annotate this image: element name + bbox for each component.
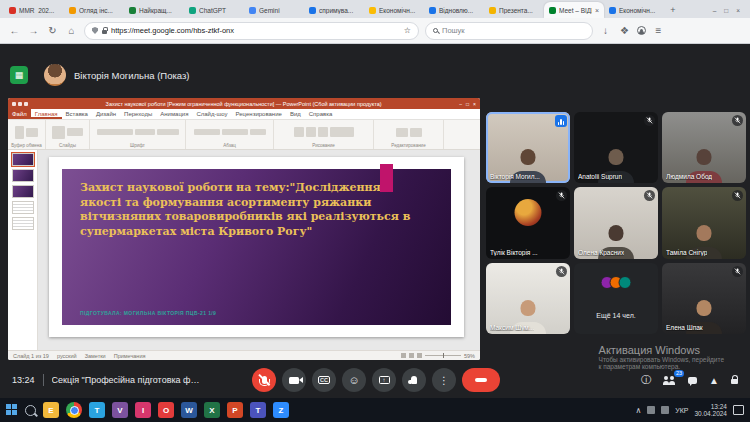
taskbar-app-word[interactable]: W: [181, 402, 197, 418]
tray-clock[interactable]: 13:2430.04.2024: [694, 403, 727, 418]
search-input[interactable]: Пошук: [425, 22, 593, 40]
participants-button[interactable]: 23: [663, 376, 676, 385]
lock-icon: [731, 379, 738, 384]
browser-tab[interactable]: MMR_202...: [4, 2, 64, 18]
reactions-button[interactable]: ☺: [342, 368, 366, 392]
ppt-zoom-value: 59%: [464, 353, 475, 359]
end-call-button[interactable]: [462, 368, 500, 392]
reload-button[interactable]: ↻: [46, 25, 59, 36]
meeting-info-button[interactable]: ⓘ: [641, 373, 651, 387]
ppt-group-editing: Редактирование: [374, 120, 444, 149]
taskbar-app-zoom[interactable]: Z: [273, 402, 289, 418]
tab-favicon: [69, 7, 76, 14]
browser-tab[interactable]: Економічн...: [364, 2, 424, 18]
ppt-tab-transitions: Переходы: [120, 109, 156, 119]
chat-icon: [688, 377, 697, 384]
camera-icon: [289, 377, 299, 384]
taskbar-app-excel[interactable]: X: [204, 402, 220, 418]
home-button[interactable]: ⌂: [65, 25, 78, 36]
camera-button[interactable]: [282, 368, 306, 392]
shared-screen-video[interactable]: Захист наукової роботи [Режим ограниченн…: [8, 98, 480, 360]
host-controls-button[interactable]: [731, 376, 738, 384]
ppt-maximize-icon: □: [466, 101, 469, 107]
new-tab-button[interactable]: +: [666, 3, 680, 17]
captions-button[interactable]: CC: [312, 368, 336, 392]
tracking-shield-icon[interactable]: [92, 27, 98, 34]
browser-tab-strip: MMR_202... Огляд інс... Найкращ... ChatG…: [0, 0, 750, 18]
present-button[interactable]: ↑: [372, 368, 396, 392]
speaking-indicator-icon: [555, 115, 567, 127]
tab-label: ChatGPT: [199, 7, 239, 14]
browser-tab[interactable]: Презента...: [484, 2, 544, 18]
browser-tab[interactable]: Відновлю...: [424, 2, 484, 18]
activation-title: Активация Windows: [599, 344, 724, 356]
participant-tile[interactable]: Таміла Снігур: [662, 187, 746, 258]
close-icon[interactable]: ×: [736, 7, 740, 14]
notification-center-icon[interactable]: [733, 405, 744, 415]
participant-tile[interactable]: Вікторія Могил...: [486, 112, 570, 183]
extensions-icon[interactable]: ❖: [618, 25, 631, 36]
slide-subtitle: ПІДГОТУВАЛА: МОГИЛЬНА ВІКТОРІЯ ПЦБ-21 1/…: [80, 310, 216, 316]
taskbar-app-instagram[interactable]: I: [135, 402, 151, 418]
participant-tile[interactable]: Максим Шум...: [486, 263, 570, 334]
taskbar-app-powerpoint[interactable]: P: [227, 402, 243, 418]
browser-tab-active[interactable]: Meet – ВІДЕОВ...×: [544, 2, 604, 18]
participant-name: Тулік Вікторія ...: [490, 249, 538, 256]
start-button[interactable]: [6, 404, 18, 416]
tab-favicon: [369, 7, 376, 14]
raise-hand-button[interactable]: [402, 368, 426, 392]
taskbar-app-chrome[interactable]: [66, 402, 82, 418]
minimize-icon[interactable]: –: [713, 7, 717, 14]
account-icon[interactable]: [637, 26, 646, 35]
more-participants-tile[interactable]: Ещё 14 чел.: [574, 263, 658, 334]
taskbar-app-telegram[interactable]: T: [89, 402, 105, 418]
ppt-tab-view: Вид: [286, 109, 305, 119]
tray-time: 13:24: [711, 403, 727, 410]
taskbar-app-viber[interactable]: V: [112, 402, 128, 418]
browser-tab[interactable]: Gemini: [244, 2, 304, 18]
browser-tab[interactable]: спримува...: [304, 2, 364, 18]
taskbar-app-teams[interactable]: T: [250, 402, 266, 418]
ppt-group-slides: Слайды: [46, 120, 90, 149]
forward-button[interactable]: →: [27, 25, 40, 36]
activities-button[interactable]: ▲: [709, 375, 719, 386]
downloads-icon[interactable]: ↓: [599, 25, 612, 36]
browser-tab[interactable]: Найкращ...: [124, 2, 184, 18]
extension-badge-icon[interactable]: ▦: [10, 66, 28, 84]
participant-tile[interactable]: Олена Красних: [574, 187, 658, 258]
chat-button[interactable]: [688, 377, 697, 384]
browser-tab[interactable]: ChatGPT: [184, 2, 244, 18]
tray-network-icon[interactable]: [647, 406, 655, 414]
participant-tile[interactable]: Елена Шпак: [662, 263, 746, 334]
browser-tab[interactable]: Огляд інс...: [64, 2, 124, 18]
system-tray: ∧ УКР 13:2430.04.2024: [635, 403, 744, 418]
tab-favicon: [309, 7, 316, 14]
window-controls: – □ ×: [707, 7, 746, 18]
tab-label: Економічн...: [619, 7, 659, 14]
participant-tile[interactable]: Тулік Вікторія ...: [486, 187, 570, 258]
taskbar-search-icon[interactable]: [25, 405, 36, 416]
tray-volume-icon[interactable]: [661, 406, 669, 414]
participant-tile[interactable]: Anatolii Suprun: [574, 112, 658, 183]
participant-grid: Вікторія Могил... Anatolii Suprun Людмил…: [486, 112, 746, 334]
tab-label: Найкращ...: [139, 7, 179, 14]
ppt-close-icon: ×: [473, 101, 476, 107]
bookmark-star-icon[interactable]: ☆: [404, 26, 411, 35]
back-button[interactable]: ←: [8, 25, 21, 36]
mic-mute-button[interactable]: [252, 368, 276, 392]
address-bar[interactable]: https://meet.google.com/hbs-ztkf-onx ☆: [84, 22, 419, 40]
taskbar-app-opera[interactable]: O: [158, 402, 174, 418]
maximize-icon[interactable]: □: [724, 7, 728, 14]
browser-tab[interactable]: Економічн...: [604, 2, 664, 18]
more-options-button[interactable]: ⋮: [432, 368, 456, 392]
tray-language[interactable]: УКР: [675, 407, 688, 414]
ppt-body: Захист наукової роботи на тему:"Дослідже…: [8, 150, 480, 350]
tray-expand-icon[interactable]: ∧: [635, 406, 641, 415]
tab-favicon: [609, 7, 616, 14]
ppt-quick-access-icons: [12, 102, 28, 106]
taskbar-app-explorer[interactable]: E: [43, 402, 59, 418]
windows-taskbar: E T V I O W X P T Z ∧ УКР 13:2430.04.202…: [0, 398, 750, 422]
menu-icon[interactable]: ≡: [652, 25, 665, 36]
tab-close-icon[interactable]: ×: [595, 7, 599, 14]
participant-tile[interactable]: Людмила Обод: [662, 112, 746, 183]
